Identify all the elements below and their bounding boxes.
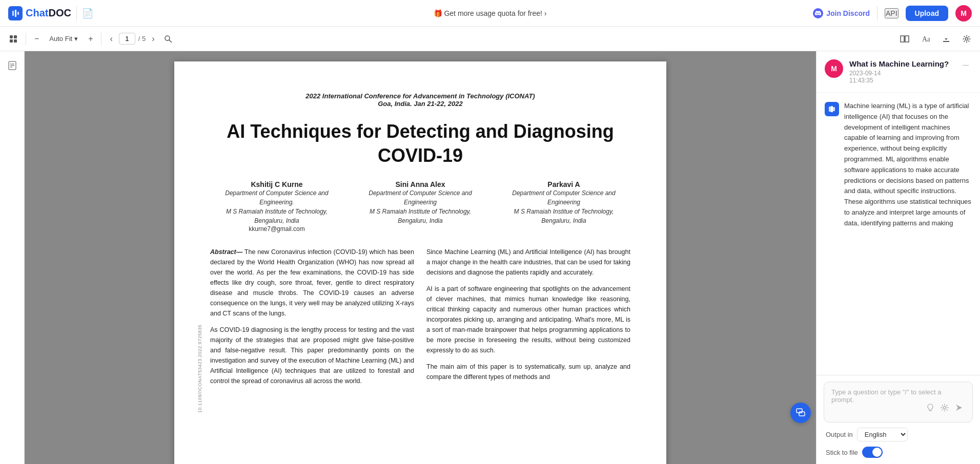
- chat-input-box: Type a question or type "/" to select a …: [824, 382, 973, 423]
- logo[interactable]: ChatDOC: [8, 6, 71, 20]
- toolbar-separator-2: [101, 33, 101, 45]
- toggle-background[interactable]: [862, 447, 883, 458]
- join-discord-button[interactable]: Join Discord: [813, 8, 870, 18]
- svg-rect-0: [12, 11, 14, 16]
- svg-point-11: [966, 37, 968, 40]
- author-3-dept: Department of Computer Science and Engin…: [497, 188, 630, 207]
- right-paragraph-3: The main aim of this paper is to systema…: [426, 362, 630, 382]
- auto-fit-label: Auto Fit: [49, 35, 72, 43]
- authors-section: Kshitij C Kurne Department of Computer S…: [210, 180, 630, 233]
- svg-rect-4: [14, 35, 17, 38]
- upload-button[interactable]: Upload: [906, 6, 948, 21]
- topbar-right: Join Discord API Upload M: [734, 5, 972, 22]
- promo-message: 🎁 Get more usage quota for free!: [434, 9, 542, 17]
- author-1-dept: Department of Computer Science and Engin…: [210, 188, 343, 207]
- api-button[interactable]: API: [885, 8, 899, 18]
- toolbar-left: − Auto Fit ▾ + ‹ 1 / 5 ›: [6, 32, 893, 46]
- lightbulb-icon[interactable]: [926, 404, 934, 414]
- author-3-name: Parkavi A: [497, 180, 630, 188]
- settings-button[interactable]: [959, 33, 974, 45]
- chat-header-actions: —: [959, 59, 972, 71]
- page-navigation: ‹ 1 / 5 ›: [107, 32, 157, 46]
- svg-rect-2: [17, 12, 19, 15]
- author-2-dept: Department of Computer Science and Engin…: [354, 188, 487, 207]
- promo-text[interactable]: 🎁 Get more usage quota for free! ›: [434, 9, 547, 17]
- font-button[interactable]: Aa: [918, 33, 933, 45]
- discord-label: Join Discord: [826, 9, 870, 17]
- topbar-left: ChatDOC 📄: [8, 6, 246, 20]
- chat-messages[interactable]: Machine learning (ML) is a type of artif…: [816, 93, 980, 375]
- pdf-toolbar: − Auto Fit ▾ + ‹ 1 / 5 ›: [0, 27, 980, 51]
- conference-location: Goa, India. Jan 21-22, 2022: [210, 100, 630, 108]
- chat-bot-message: Machine learning (ML) is a type of artif…: [825, 101, 972, 229]
- svg-rect-18: [833, 107, 835, 111]
- chat-collapse-button[interactable]: —: [959, 59, 972, 71]
- user-avatar[interactable]: M: [955, 5, 972, 22]
- chat-question-title: What is Machine Learning?: [849, 59, 949, 68]
- next-page-button[interactable]: ›: [149, 32, 157, 46]
- thumbnail-view-button[interactable]: [6, 33, 21, 45]
- author-2: Sini Anna Alex Department of Computer Sc…: [354, 180, 487, 233]
- topbar-center: 🎁 Get more usage quota for free! ›: [252, 9, 728, 17]
- auto-fit-button[interactable]: Auto Fit ▾: [45, 33, 82, 45]
- svg-rect-17: [831, 106, 833, 112]
- svg-point-20: [944, 407, 946, 409]
- main-area: 10.1109//ICONAT53423.2022.9725835 2022 I…: [0, 51, 980, 464]
- left-sidebar: [0, 51, 25, 464]
- chat-panel: M What is Machine Learning? 2023-09-14 1…: [816, 51, 980, 464]
- download-button[interactable]: [939, 33, 953, 45]
- prev-page-button[interactable]: ‹: [107, 32, 115, 46]
- zoom-out-button[interactable]: −: [31, 32, 42, 46]
- page-number-input[interactable]: 1: [119, 33, 135, 45]
- logo-icon: [8, 6, 23, 20]
- chat-input-placeholder: Type a question or type "/" to select a …: [831, 388, 965, 404]
- author-3-institute: M S Ramaiah Institue of Technology,: [497, 207, 630, 216]
- stick-to-file-row: Stick to file: [824, 447, 973, 458]
- chat-header-info: What is Machine Learning? 2023-09-14 11:…: [849, 59, 949, 84]
- left-column: Abstract— The new Coronavirus infection …: [210, 247, 414, 392]
- output-language-select[interactable]: English Spanish French German Chinese Ja…: [857, 428, 908, 441]
- svg-rect-3: [10, 35, 13, 38]
- paper-conference-header: 2022 International Conference for Advanc…: [210, 92, 630, 108]
- author-2-city: Bengaluru, India: [354, 216, 487, 225]
- author-3: Parkavi A Department of Computer Science…: [497, 180, 630, 233]
- toolbar-right: Aa: [897, 33, 974, 45]
- stick-label: Stick to file: [826, 449, 858, 456]
- abstract-label: Abstract—: [210, 248, 242, 256]
- pdf-page: 10.1109//ICONAT53423.2022.9725835 2022 I…: [174, 61, 666, 464]
- topbar-divider-2: [877, 6, 877, 20]
- promo-arrow: ›: [544, 9, 547, 17]
- abstract-paragraph-2: As COVID-19 diagnosing is the lengthy pr…: [210, 325, 414, 386]
- page-separator: / 5: [138, 35, 146, 43]
- toggle-knob: [872, 448, 882, 457]
- chat-input-actions: [831, 404, 965, 414]
- pdf-watermark: 10.1109//ICONAT53423.2022.9725835: [197, 325, 202, 413]
- author-2-name: Sini Anna Alex: [354, 180, 487, 188]
- conference-name: 2022 International Conference for Advanc…: [210, 92, 630, 100]
- chat-bot-response: Machine learning (ML) is a type of artif…: [844, 101, 972, 229]
- chat-timestamp: 2023-09-14 11:43:35: [849, 70, 949, 84]
- right-column: Since Machine Learning (ML) and Artifici…: [426, 247, 630, 392]
- zoom-in-button[interactable]: +: [85, 32, 96, 46]
- book-view-button[interactable]: [897, 33, 912, 45]
- stick-toggle[interactable]: [862, 447, 883, 458]
- author-1-city: Bengaluru, India: [210, 216, 343, 225]
- svg-line-8: [169, 40, 172, 43]
- search-button[interactable]: [161, 33, 175, 45]
- toolbar-separator: [26, 33, 26, 45]
- send-icon[interactable]: [955, 404, 963, 414]
- paper-title: AI Techniques for Detecting and Diagnosi…: [210, 120, 630, 168]
- sidebar-pages-icon[interactable]: [4, 57, 21, 76]
- floating-chat-button[interactable]: [790, 403, 811, 423]
- svg-rect-1: [15, 10, 16, 17]
- output-label: Output in: [826, 431, 853, 438]
- author-1-name: Kshitij C Kurne: [210, 180, 343, 188]
- pdf-viewer[interactable]: 10.1109//ICONAT53423.2022.9725835 2022 I…: [25, 51, 816, 464]
- logo-text: ChatDOC: [26, 7, 71, 19]
- abstract-content: The new Coronavirus infection (COVID-19)…: [210, 248, 414, 317]
- topbar-divider: [76, 6, 77, 20]
- author-1: Kshitij C Kurne Department of Computer S…: [210, 180, 343, 233]
- settings-icon[interactable]: [941, 404, 949, 414]
- author-1-institute: M S Ramaiah Institute of Technology,: [210, 207, 343, 216]
- svg-rect-5: [10, 39, 13, 43]
